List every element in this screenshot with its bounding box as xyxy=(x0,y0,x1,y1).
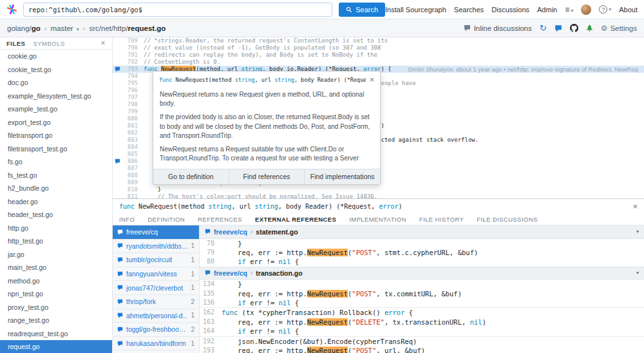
reference-line[interactable]: 162func (tx *cypherTransaction) Rollback… xyxy=(200,308,644,317)
file-item[interactable]: h2_bundle.go xyxy=(0,182,112,195)
line-number[interactable]: 807 xyxy=(122,165,138,172)
reference-line[interactable]: 79 req, err := http.NewRequest("POST", s… xyxy=(200,248,644,257)
reference-line[interactable]: 80 if err != nil { xyxy=(200,257,644,266)
file-item[interactable]: cookie.go xyxy=(0,50,112,63)
repo-item[interactable]: ryandotsmith/ddbs…1 xyxy=(113,240,199,254)
reference-line[interactable]: 78 } xyxy=(200,239,644,248)
close-icon[interactable]: × xyxy=(632,202,638,211)
nav-discussions[interactable]: Discussions xyxy=(491,6,529,14)
repo-item[interactable]: harukasan/bindform1 xyxy=(113,337,199,351)
reference-line[interactable]: 134 } xyxy=(200,280,644,289)
line-number[interactable]: 798 xyxy=(122,101,138,108)
help-menu[interactable]: ?▾ xyxy=(599,5,611,14)
sourcegraph-logo[interactable] xyxy=(6,4,17,15)
line-number[interactable]: 805 xyxy=(122,151,138,158)
nav-admin[interactable]: Admin xyxy=(537,6,557,14)
code-text[interactable]: req, err := http.NewRequest("POST", url,… xyxy=(222,346,425,353)
file-item[interactable]: export_test.go xyxy=(0,116,112,129)
line-number[interactable]: 795 xyxy=(122,80,138,87)
file-item[interactable]: jar.go xyxy=(0,248,112,262)
tree-icon[interactable] xyxy=(586,24,593,32)
panel-tab-references[interactable]: REFERENCES xyxy=(198,216,242,223)
line-number[interactable]: 792 xyxy=(122,59,138,66)
avatar[interactable] xyxy=(581,5,591,15)
github-icon[interactable] xyxy=(570,24,578,32)
panel-tab-external-references[interactable]: EXTERNAL REFERENCES xyxy=(255,216,336,223)
nav-about[interactable]: About xyxy=(619,6,638,14)
code-line[interactable]: 811 // The host's colon:port should be n… xyxy=(113,193,644,198)
line-number[interactable]: 80 xyxy=(200,257,222,266)
reference-line[interactable]: 164 if err != nil { xyxy=(200,327,644,336)
code-line[interactable]: 791// redirects can replay the body), an… xyxy=(113,52,644,59)
highlighted-token[interactable]: NewRequest xyxy=(307,290,348,298)
line-number[interactable]: 806 xyxy=(122,158,138,165)
reference-line[interactable]: 193 req, err := http.NewRequest("POST", … xyxy=(200,346,644,353)
line-number[interactable]: 808 xyxy=(122,172,138,179)
file-item[interactable]: example_test.go xyxy=(0,102,112,116)
line-number[interactable]: 790 xyxy=(122,44,138,52)
settings-button[interactable]: ⚙ Settings xyxy=(601,24,637,33)
search-button[interactable]: Search xyxy=(339,3,385,17)
code-text[interactable]: } xyxy=(144,186,161,193)
line-number[interactable]: 163 xyxy=(200,318,222,327)
repo-item[interactable]: tumblr/gocircuit1 xyxy=(113,253,199,267)
discussion-bubble-icon[interactable] xyxy=(113,66,122,72)
code-text[interactable]: // ContentLength is 0. xyxy=(144,59,220,66)
file-item[interactable]: npn_test.go xyxy=(0,287,112,301)
code-text[interactable]: func (tx *cypherTransaction) Rollback() … xyxy=(222,308,413,317)
line-number[interactable]: 164 xyxy=(200,327,222,336)
file-item[interactable]: readrequest_test.go xyxy=(0,327,112,341)
reference-file-header[interactable]: freeeve/cq›transaction.go▾ xyxy=(200,267,644,280)
reference-line[interactable]: 163 req, err := http.NewRequest("DELETE"… xyxy=(200,318,644,327)
search-input[interactable]: repo:^github\.com/golang/go$ xyxy=(23,3,332,17)
file-item[interactable]: doc.go xyxy=(0,76,112,90)
panel-tab-file-history[interactable]: FILE HISTORY xyxy=(419,216,464,223)
file-item[interactable]: fs_test.go xyxy=(0,169,112,182)
line-number[interactable]: 801 xyxy=(122,122,138,129)
breadcrumb-repo[interactable]: golang/go xyxy=(7,24,41,32)
discussions-icon[interactable] xyxy=(554,24,562,32)
code-text[interactable]: // exact value (instead of -1), GetBody … xyxy=(144,44,381,52)
highlighted-token[interactable]: NewRequest xyxy=(307,318,348,326)
line-number[interactable]: 797 xyxy=(122,94,138,101)
line-number[interactable]: 794 xyxy=(122,73,138,80)
highlighted-token[interactable]: NewRequest xyxy=(307,347,348,353)
file-item[interactable]: http_test.go xyxy=(0,234,112,248)
go-to-definition-button[interactable]: Go to definition xyxy=(153,169,229,184)
line-number[interactable]: 79 xyxy=(200,248,222,257)
repo-item[interactable]: fanngyuan/vitess1 xyxy=(113,267,199,281)
git-blame-annotation[interactable]: Dmitri Shuralyov, about 1 year ago • net… xyxy=(408,66,638,73)
line-number[interactable]: 791 xyxy=(122,52,138,59)
line-number[interactable]: 193 xyxy=(200,346,222,353)
repo-item[interactable]: thrisp/fork2 xyxy=(113,295,199,309)
line-number[interactable]: 136 xyxy=(200,298,222,307)
file-item[interactable]: cookie_test.go xyxy=(0,63,112,77)
discussion-bubble-icon[interactable] xyxy=(113,158,122,164)
repo-item[interactable]: toggl/go-freshboo…2 xyxy=(113,323,199,337)
line-number[interactable]: 134 xyxy=(200,280,222,289)
line-number[interactable]: 78 xyxy=(200,239,222,248)
file-item[interactable]: proxy_test.go xyxy=(0,301,112,314)
close-icon[interactable]: × xyxy=(100,39,106,48)
file-item[interactable]: example_filesystem_test.go xyxy=(0,90,112,103)
chevron-down-icon[interactable]: ▾ xyxy=(636,229,639,234)
chevron-down-icon[interactable]: ▾ xyxy=(636,270,639,276)
panel-tab-file-discussions[interactable]: FILE DISCUSSIONS xyxy=(477,216,538,223)
line-number[interactable]: 162 xyxy=(200,308,222,317)
reference-line[interactable]: 136 if err != nil { xyxy=(200,298,644,307)
code-text[interactable]: } xyxy=(222,280,242,289)
code-text[interactable]: if err != nil { xyxy=(222,327,299,336)
repo-item[interactable]: jonas747/cleverbot1 xyxy=(113,281,199,295)
close-icon[interactable]: × xyxy=(366,77,374,83)
file-item[interactable]: request.go xyxy=(0,340,112,353)
line-number[interactable]: 800 xyxy=(122,115,138,122)
line-number[interactable]: 799 xyxy=(122,108,138,115)
find-implementations-button[interactable]: Find implementations xyxy=(305,169,380,184)
code-text[interactable]: req, err := http.NewRequest("POST", stmt… xyxy=(222,248,478,257)
code-text[interactable]: if err != nil { xyxy=(222,257,299,266)
repo-item[interactable]: cloudflare/promsai…1 xyxy=(113,350,199,353)
code-text[interactable]: json.NewEncoder(&buf).Encode(cypherTrans… xyxy=(222,337,417,346)
tab-files[interactable]: FILES xyxy=(6,40,25,47)
line-number[interactable]: 789 xyxy=(122,37,138,44)
line-number[interactable]: 804 xyxy=(122,144,138,151)
